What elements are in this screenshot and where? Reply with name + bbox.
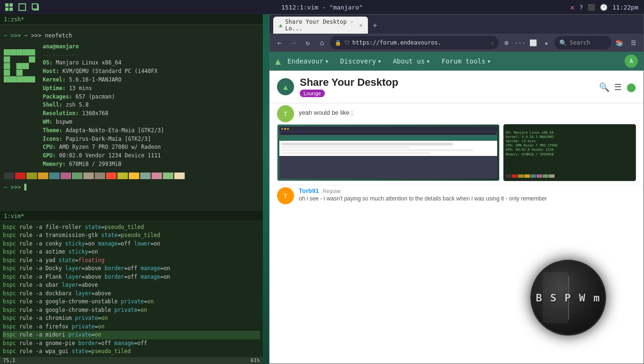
clock-icon: 🕐: [600, 4, 608, 11]
grid-icon[interactable]: [4, 2, 14, 12]
shield-icon: 🛡: [344, 40, 349, 46]
square-icon[interactable]: [17, 2, 27, 12]
vim-line: bspc rule -a firefox private=on: [3, 323, 260, 331]
url-bar[interactable]: 🔒 🛡 https://forum.endeavouros. ☆: [330, 36, 499, 49]
back-button[interactable]: ←: [273, 36, 286, 49]
bspwm-logo: B S P W m: [530, 260, 606, 336]
vim-line: bspc rule -a Plank layer=above border=of…: [3, 273, 260, 281]
chevron-down-icon: ▾: [426, 57, 430, 65]
vim-line: bspc rule -a wpa_gui state=pseudo_tiled: [3, 347, 260, 355]
help-icon[interactable]: ?: [579, 4, 583, 11]
terminal-neofetch: 1:zsh* ~ >>> ~ >>> neofetch ██████████ █…: [0, 14, 263, 211]
monitor-icon: ⬛: [588, 4, 595, 11]
new-tab-button[interactable]: +: [370, 20, 380, 31]
chevron-down-icon: ▾: [325, 57, 329, 65]
svg-rect-6: [32, 4, 37, 9]
vim-tab-bar: 1:vim*: [0, 211, 263, 221]
library-button[interactable]: 📚: [613, 36, 626, 49]
forward-button[interactable]: →: [287, 36, 300, 49]
svg-rect-2: [5, 8, 9, 11]
nav-extra-buttons: ⊞ ··· ⬜ ★: [501, 36, 553, 49]
browser-active-tab[interactable]: ▲ Share Your Desktop - Lo... ✕: [273, 17, 368, 34]
taskbar: 1512:1:vim - "manjaro" ✕ ? ⬛ 🕐 11:22pm: [0, 0, 644, 14]
sysinfo-list: OS: Manjaro Linux x86_64 Host: KVM/QEMU …: [43, 59, 164, 169]
tab-favicon: ▲: [279, 22, 282, 28]
forum-site-logo: ▲: [277, 78, 294, 95]
bookmark-icon[interactable]: ☆: [491, 40, 494, 46]
url-text: https://forum.endeavouros.: [352, 39, 488, 46]
vim-scroll-pct: 61%: [250, 357, 260, 364]
terminal-tab-bar: 1:zsh*: [0, 14, 263, 25]
menu-tool-icon[interactable]: ☰: [614, 82, 622, 92]
vim-line: bspc rule -a ubar layer=above: [3, 281, 260, 289]
forum-nav-about[interactable]: About us ▾: [388, 55, 435, 68]
forum-nav-tools[interactable]: Forum tools ▾: [437, 55, 496, 68]
circle-tool-icon[interactable]: ⬤: [626, 82, 636, 92]
vim-line: bspc rule -a chromium private=on: [3, 314, 260, 322]
forum-page-title: Share Your Desktop: [300, 76, 398, 89]
tab-close-button[interactable]: ✕: [359, 22, 362, 28]
vim-line: bspc rule -a gnome-pie border=off manage…: [3, 339, 260, 347]
search-box[interactable]: 🔍 Search: [555, 36, 611, 49]
color-palette: [4, 173, 259, 179]
svg-rect-1: [9, 3, 13, 7]
close-icon[interactable]: ✕: [570, 3, 575, 12]
more-button[interactable]: ···: [514, 36, 526, 49]
chevron-down-icon: ▾: [487, 57, 491, 65]
vim-line: bspc rule -a Docky layer=above border=of…: [3, 264, 260, 273]
svg-rect-0: [5, 3, 9, 7]
vim-cursor-pos: 75,1: [3, 357, 16, 364]
vim-line: bspc rule -a astime sticky=on: [3, 248, 260, 256]
search-tool-icon[interactable]: 🔍: [599, 82, 609, 92]
vim-content[interactable]: bspc rule -a file-roller state=pseudo_ti…: [0, 221, 263, 357]
forum-nav-endeavour[interactable]: Endeavour ▾: [283, 55, 333, 68]
forum-logo: ▲: [275, 55, 281, 67]
vim-line: bspc rule -a google-chrome-stable privat…: [3, 306, 260, 314]
extensions-button[interactable]: ⊞: [501, 36, 513, 49]
tab-label: Share Your Desktop - Lo...: [285, 18, 356, 32]
clock-display: 11:22pm: [612, 4, 638, 11]
reload-button[interactable]: ↻: [302, 36, 314, 49]
vim-line: bspc rule -a dockbarx layer=above: [3, 290, 260, 298]
copy-icon[interactable]: [30, 2, 41, 12]
menu-button[interactable]: ☰: [627, 36, 640, 49]
vim-line: bspc rule -a conky sticky=on manage=off …: [3, 240, 260, 248]
forum-screenshots: OS: Manjaro Linux x86_64 Kernel: 5.6.16-…: [277, 124, 636, 181]
vim-tab-label[interactable]: 1:vim*: [4, 213, 24, 219]
pocket-button[interactable]: ⬜: [527, 36, 539, 49]
browser-tab-bar: ▲ Share Your Desktop - Lo... ✕ +: [269, 15, 644, 34]
forum-title-bar: ▲ Share Your Desktop Lounge 🔍 ☰ ⬤: [269, 71, 644, 103]
vim-status-bar: 75,1 61%: [0, 357, 263, 364]
terminal-content: ~ >>> ~ >>> neofetch ██████████ ██ ██ ██…: [0, 25, 263, 211]
forum-nav-right: A: [625, 55, 638, 68]
bspwm-circle: B S P W m: [530, 260, 606, 336]
post-text: yeah would be like ;: [299, 105, 353, 116]
vim-line: bspc rule -a yad state=floating: [3, 256, 260, 264]
forum-reply-post: T Torb91 Regular oh i see - i wasn't pay…: [269, 185, 644, 206]
reply-user-badge: Regular: [322, 188, 341, 194]
taskbar-right: ✕ ? ⬛ 🕐 11:22pm: [570, 3, 644, 12]
vim-line: bspc rule -a google-chrome-unstable priv…: [3, 298, 260, 306]
forum-title-right: 🔍 ☰ ⬤: [599, 82, 636, 92]
sysinfo-username: ana@manjaro: [43, 43, 164, 51]
vim-line: bspc rule -a file-roller state=pseudo_ti…: [3, 223, 260, 231]
terminal-prompt: ~ >>> ~ >>> neofetch: [4, 31, 259, 40]
terminal-prompt2: ~ >>> ▋: [4, 183, 259, 191]
reply-text: oh i see - i wasn't paying so much atten…: [299, 195, 547, 202]
reply-username[interactable]: Torb91: [299, 187, 319, 194]
search-placeholder: Search: [570, 39, 590, 46]
taskbar-title: 1512:1:vim - "manjaro": [281, 4, 363, 11]
terminal-tab-label[interactable]: 1:zsh*: [4, 16, 24, 23]
user-avatar[interactable]: A: [625, 55, 638, 68]
terminal-vim: 1:vim* bspc rule -a file-roller state=ps…: [0, 211, 263, 364]
reply-avatar: T: [277, 187, 294, 204]
forum-nav-discovery[interactable]: Discovery ▾: [335, 55, 386, 68]
star-button[interactable]: ★: [540, 36, 553, 49]
screenshot-left: [277, 124, 500, 181]
svg-rect-4: [19, 4, 26, 10]
browser-chrome: ▲ Share Your Desktop - Lo... ✕ + ← → ↻ ⌂…: [269, 15, 644, 52]
search-icon: 🔍: [559, 39, 567, 46]
home-button[interactable]: ⌂: [316, 36, 328, 49]
screenshot-right: OS: Manjaro Linux x86_64 Kernel: 5.6.16-…: [503, 124, 636, 181]
forum-lounge-badge[interactable]: Lounge: [300, 90, 325, 97]
